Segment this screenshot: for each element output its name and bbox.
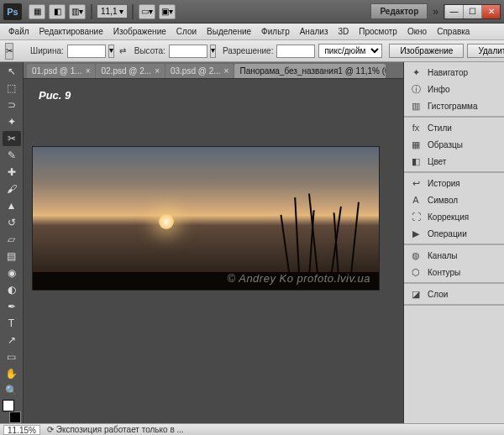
- brush-tool[interactable]: 🖌: [3, 181, 21, 197]
- panel-коррекция[interactable]: ⛶Коррекция: [404, 208, 504, 225]
- panel-label: Операции: [428, 229, 467, 238]
- menu-редактирование[interactable]: Редактирование: [34, 27, 108, 36]
- workspace: ↖⬚⊃✦✂✎✚🖌▲↺▱▤◉◐✒T↗▭✋🔍 01.psd @ 1...×02.ps…: [0, 62, 504, 423]
- view-extras-icon[interactable]: ▥▾: [69, 4, 86, 19]
- panel-операции[interactable]: ▶Операции: [404, 225, 504, 242]
- panel-label: Навигатор: [428, 68, 468, 77]
- heal-tool[interactable]: ✚: [3, 165, 21, 180]
- panel-label: Образцы: [428, 140, 463, 149]
- workspace-editor-button[interactable]: Редактор: [370, 3, 428, 19]
- panel-label: Стили: [428, 123, 452, 133]
- options-bar: ✂ Ширина: ▾ ⇄ Высота: ▾ Разрешение: пикс…: [0, 40, 504, 62]
- canvas[interactable]: Рис. 9 © Andrey Ko profoto.lviv.ua: [24, 79, 403, 423]
- коррекция-icon: ⛶: [409, 211, 423, 223]
- resolution-units-select[interactable]: пикс/дюйм: [318, 44, 382, 58]
- marquee-tool[interactable]: ⬚: [3, 81, 21, 96]
- color-swatches[interactable]: [3, 400, 21, 423]
- panel-образцы[interactable]: ▦Образцы: [404, 136, 504, 153]
- стили-icon: fx: [409, 122, 423, 134]
- menu-фильтр[interactable]: Фильтр: [256, 27, 295, 36]
- panel-инфо[interactable]: ⓘИнфо: [404, 81, 504, 97]
- rect-tool[interactable]: ▭: [3, 349, 21, 364]
- history-tool[interactable]: ↺: [3, 215, 21, 230]
- document-tab[interactable]: Панорама_без_названия1 @ 11,1% (01.psd, …: [234, 64, 386, 78]
- история-icon: ↩: [409, 177, 423, 189]
- title-bar: Ps ▦ ◧ ▥▾ 11,1 ▾ ▭▾ ▣▾ Редактор » — ☐ ✕: [0, 0, 504, 24]
- panel-история[interactable]: ↩История: [404, 175, 504, 191]
- образцы-icon: ▦: [409, 139, 423, 150]
- контуры-icon: ⬡: [409, 266, 423, 278]
- swap-wh-icon[interactable]: ⇄: [119, 46, 126, 55]
- status-zoom[interactable]: 11.15%: [3, 425, 40, 435]
- menu-выделение[interactable]: Выделение: [202, 27, 256, 36]
- hand-tool[interactable]: ✋: [3, 366, 21, 381]
- arrange-docs-icon[interactable]: ▭▾: [139, 4, 155, 19]
- toolbox: ↖⬚⊃✦✂✎✚🖌▲↺▱▤◉◐✒T↗▭✋🔍: [0, 62, 24, 423]
- menu-просмотр[interactable]: Просмотр: [354, 27, 402, 36]
- eyedrop-tool[interactable]: ✎: [3, 148, 21, 163]
- mini-bridge-icon[interactable]: ◧: [49, 4, 66, 19]
- menu-изображение[interactable]: Изображение: [108, 27, 171, 36]
- close-button[interactable]: ✕: [481, 5, 500, 18]
- blur-tool[interactable]: ◉: [3, 265, 21, 280]
- document-tab[interactable]: 03.psd @ 2...×: [165, 64, 234, 78]
- menu-анализ[interactable]: Анализ: [295, 27, 333, 36]
- document-tabs: 01.psd @ 1...×02.psd @ 2...×03.psd @ 2..…: [24, 62, 403, 79]
- height-dropdown[interactable]: ▾: [210, 45, 216, 58]
- maximize-button[interactable]: ☐: [463, 5, 481, 18]
- expand-icon[interactable]: »: [433, 6, 438, 18]
- lasso-tool[interactable]: ⊃: [3, 97, 21, 113]
- crop-tool[interactable]: ✂: [3, 131, 21, 146]
- document-tab[interactable]: 01.psd @ 1...×: [27, 64, 95, 78]
- panel-group: ✦НавигаторⓘИнфо▥Гистограмма: [404, 62, 504, 118]
- pen-tool[interactable]: ✒: [3, 299, 21, 314]
- status-message: ⟳ Экспозиция работает только в ...: [47, 425, 184, 434]
- panel-гистограмма[interactable]: ▥Гистограмма: [404, 97, 504, 114]
- type-tool[interactable]: T: [3, 316, 21, 331]
- wand-tool[interactable]: ✦: [3, 114, 21, 129]
- eraser-tool[interactable]: ▱: [3, 232, 21, 247]
- panel-стили[interactable]: fxСтили: [404, 119, 504, 136]
- document-tab[interactable]: 02.psd @ 2...×: [96, 64, 164, 78]
- front-image-button[interactable]: Изображение: [389, 44, 464, 58]
- resolution-input[interactable]: [276, 45, 315, 58]
- clear-button[interactable]: Удалить: [467, 44, 504, 58]
- screen-mode-icon[interactable]: ▣▾: [159, 4, 176, 19]
- menu-слои[interactable]: Слои: [171, 27, 202, 36]
- menu-справка[interactable]: Справка: [432, 27, 475, 36]
- tab-close-icon[interactable]: ×: [86, 66, 91, 76]
- stamp-tool[interactable]: ▲: [3, 198, 21, 213]
- foreground-swatch[interactable]: [3, 400, 14, 411]
- height-label: Высота:: [134, 46, 165, 55]
- minimize-button[interactable]: —: [444, 5, 463, 18]
- zoom-tool[interactable]: 🔍: [3, 383, 21, 398]
- panel-слои[interactable]: ◪Слои: [404, 286, 504, 302]
- zoom-level-select[interactable]: 11,1 ▾: [97, 5, 127, 18]
- menu-3d[interactable]: 3D: [333, 27, 354, 36]
- height-input[interactable]: [169, 45, 207, 58]
- символ-icon: A: [409, 194, 423, 206]
- panel-навигатор[interactable]: ✦Навигатор: [404, 64, 504, 81]
- tab-close-icon[interactable]: ×: [155, 66, 160, 76]
- separator: [132, 4, 134, 19]
- операции-icon: ▶: [409, 228, 423, 239]
- dodge-tool[interactable]: ◐: [3, 282, 21, 297]
- background-swatch[interactable]: [9, 411, 21, 423]
- panel-каналы[interactable]: ◍Каналы: [404, 247, 504, 264]
- panel-цвет[interactable]: ◧Цвет: [404, 153, 504, 170]
- menu-окно[interactable]: Окно: [402, 27, 432, 36]
- path-tool[interactable]: ↗: [3, 333, 21, 348]
- tab-close-icon[interactable]: ×: [224, 66, 229, 76]
- panel-символ[interactable]: AСимвол: [404, 191, 504, 208]
- menu-файл[interactable]: Файл: [3, 27, 34, 36]
- width-input[interactable]: [67, 45, 106, 58]
- panel-label: Коррекция: [428, 212, 469, 222]
- grad-tool[interactable]: ▤: [3, 249, 21, 264]
- crop-tool-icon[interactable]: ✂: [5, 43, 13, 60]
- launch-bridge-icon[interactable]: ▦: [29, 4, 45, 19]
- panel-контуры[interactable]: ⬡Контуры: [404, 264, 504, 280]
- width-dropdown[interactable]: ▾: [108, 45, 114, 58]
- каналы-icon: ◍: [409, 249, 423, 261]
- move-tool[interactable]: ↖: [3, 64, 21, 79]
- цвет-icon: ◧: [409, 155, 423, 167]
